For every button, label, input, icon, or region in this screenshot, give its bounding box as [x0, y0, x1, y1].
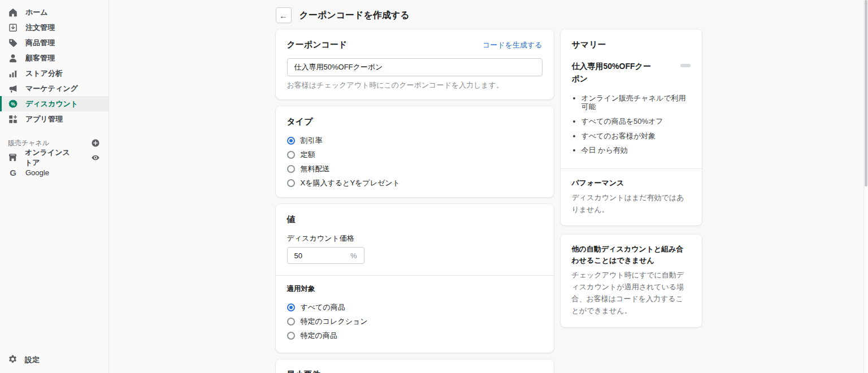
sidebar-item-orders[interactable]: 注文管理 — [0, 20, 108, 35]
applies-to-label: 適用対象 — [287, 284, 542, 294]
type-radio-group: 割引率 定額 無料配送 — [287, 136, 542, 188]
scrollbar-track[interactable] — [863, 0, 868, 373]
sidebar-item-settings[interactable]: 設定 — [0, 352, 108, 367]
channel-label: オンラインストア — [25, 148, 76, 168]
radio-label: 特定のコレクション — [301, 316, 368, 327]
sidebar-item-label: ストア分析 — [25, 68, 63, 79]
discount-value-card: 値 ディスカウント価格 50 % 適用対象 — [276, 204, 554, 353]
coupon-code-card: クーポンコード コードを生成する お客様はチェックアウト時にこのクーポンコードを… — [276, 29, 554, 99]
summary-bullet: 今日 から有効 — [581, 146, 691, 155]
radio-button-checked[interactable] — [287, 137, 295, 145]
view-store-eye-icon[interactable] — [91, 153, 100, 162]
sidebar-item-analytics[interactable]: ストア分析 — [0, 66, 108, 81]
radio-label: Xを購入するとYをプレゼント — [301, 178, 400, 188]
radio-button[interactable] — [287, 165, 295, 173]
coupon-code-title: クーポンコード — [287, 40, 348, 50]
scrollbar-thumb[interactable] — [865, 0, 867, 186]
sidebar-item-online-store[interactable]: オンラインストア — [0, 150, 108, 165]
sidebar-item-label: ホーム — [25, 7, 48, 18]
summary-bullet: すべての商品を50%オフ — [581, 117, 691, 126]
sidebar-item-products[interactable]: 商品管理 — [0, 35, 108, 50]
tag-icon — [8, 38, 18, 48]
value-title: 値 — [287, 214, 542, 225]
summary-title: サマリー — [572, 40, 691, 50]
summary-column: サマリー 仕入専用50%OFFクーポン オンライン販売チャネルで利用可能 すべて… — [561, 29, 702, 334]
sidebar-item-label: ディスカウント — [25, 99, 78, 109]
form-column: クーポンコード コードを生成する お客様はチェックアウト時にこのクーポンコードを… — [276, 29, 554, 373]
sidebar-item-label: 注文管理 — [25, 23, 55, 33]
summary-bullet-list: オンライン販売チャネルで利用可能 すべての商品を50%オフ すべてのお客様が対象… — [572, 94, 691, 155]
sidebar-item-marketing[interactable]: マーケティング — [0, 81, 108, 96]
radio-button-checked[interactable] — [287, 303, 295, 311]
radio-buy-x-get-y[interactable]: Xを購入するとYをプレゼント — [287, 178, 542, 188]
percent-suffix: % — [350, 251, 357, 260]
apps-icon — [8, 114, 18, 124]
bar-chart-icon — [8, 68, 18, 79]
sidebar-item-home[interactable]: ホーム — [0, 5, 108, 20]
discount-value-input[interactable]: 50 % — [287, 247, 364, 264]
gear-icon — [8, 354, 18, 366]
home-icon — [8, 7, 18, 18]
main-content: ← クーポンコードを作成する クーポンコード コードを生成する — [109, 0, 868, 373]
orders-icon — [8, 23, 18, 33]
channel-label: Google — [25, 168, 49, 177]
discount-type-card: タイプ 割引率 定額 — [276, 106, 554, 197]
sales-channels-label: 販売チャネル — [8, 138, 49, 148]
settings-label: 設定 — [25, 355, 40, 365]
radio-label: 定額 — [301, 150, 315, 160]
sidebar: ホーム 注文管理 商品管理 顧客管理 — [0, 0, 109, 373]
combination-info-card: 他の自動ディスカウントと組み合わせることはできません チェックアウト時にすでに自… — [561, 235, 702, 327]
megaphone-icon — [8, 84, 18, 94]
page-title: クーポンコードを作成する — [300, 10, 410, 21]
radio-fixed-amount[interactable]: 定額 — [287, 150, 542, 159]
summary-bullet: オンライン販売チャネルで利用可能 — [581, 94, 691, 111]
performance-text: ディスカウントはまだ有効ではありません。 — [572, 192, 691, 216]
applies-to-radio-group: すべての商品 特定のコレクション 特定の商品 — [287, 302, 542, 340]
type-title: タイプ — [287, 116, 542, 127]
storefront-icon — [8, 153, 18, 163]
summary-bullet: すべてのお客様が対象 — [581, 132, 691, 141]
main-navigation: ホーム 注文管理 商品管理 顧客管理 — [0, 0, 108, 127]
sidebar-item-label: アプリ管理 — [25, 114, 63, 124]
discount-value-text: 50 — [294, 251, 302, 260]
radio-label: 無料配送 — [301, 164, 330, 174]
generate-code-link[interactable]: コードを生成する — [483, 40, 542, 50]
radio-label: 割引率 — [301, 136, 323, 146]
coupon-code-helper-text: お客様はチェックアウト時にこのクーポンコードを入力します。 — [287, 80, 542, 90]
radio-percentage[interactable]: 割引率 — [287, 136, 542, 145]
performance-title: パフォーマンス — [572, 178, 691, 188]
radio-label: すべての商品 — [301, 302, 345, 313]
page-header: ← クーポンコードを作成する — [276, 7, 702, 23]
svg-text:%: % — [11, 101, 15, 107]
minimum-requirements-title: 最小要件 — [287, 370, 542, 373]
summary-card: サマリー 仕入専用50%OFFクーポン オンライン販売チャネルで利用可能 すべて… — [561, 29, 702, 225]
radio-specific-collections[interactable]: 特定のコレクション — [287, 316, 542, 326]
summary-coupon-name: 仕入専用50%OFFクーポン — [572, 60, 658, 85]
google-g-icon: G — [8, 168, 18, 178]
sidebar-item-apps[interactable]: アプリ管理 — [0, 111, 108, 127]
sidebar-item-customers[interactable]: 顧客管理 — [0, 50, 108, 66]
placeholder-dash-icon — [680, 64, 691, 67]
sidebar-item-label: 顧客管理 — [25, 53, 55, 63]
radio-button[interactable] — [287, 332, 295, 340]
sidebar-item-label: マーケティング — [25, 84, 78, 94]
back-button[interactable]: ← — [276, 7, 292, 23]
coupon-code-input[interactable] — [287, 58, 542, 76]
sidebar-item-label: 商品管理 — [25, 38, 55, 48]
radio-free-shipping[interactable]: 無料配送 — [287, 164, 542, 174]
radio-label: 特定の商品 — [301, 331, 337, 341]
combination-body: チェックアウト時にすでに自動ディスカウントが適用されている場合、お客様はコードを… — [572, 270, 691, 316]
radio-button[interactable] — [287, 318, 295, 326]
radio-button[interactable] — [287, 151, 295, 159]
sidebar-item-discounts[interactable]: % ディスカウント — [0, 96, 108, 111]
discount-price-label: ディスカウント価格 — [287, 233, 542, 244]
minimum-requirements-card: 最小要件 — [276, 359, 554, 373]
radio-button[interactable] — [287, 179, 295, 187]
discount-badge-icon: % — [8, 99, 18, 109]
radio-specific-products[interactable]: 特定の商品 — [287, 331, 542, 340]
app-window: ホーム 注文管理 商品管理 顧客管理 — [0, 0, 868, 373]
add-channel-icon[interactable] — [91, 138, 100, 148]
radio-all-products[interactable]: すべての商品 — [287, 302, 542, 312]
person-icon — [8, 53, 18, 63]
combination-title: 他の自動ディスカウントと組み合わせることはできません — [572, 244, 691, 266]
